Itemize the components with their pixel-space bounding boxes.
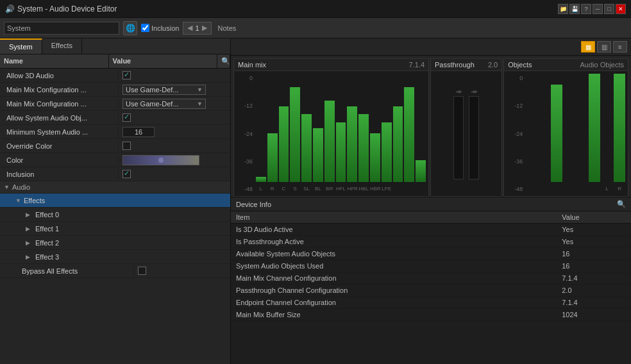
obj-scale-12: -12 (507, 103, 525, 109)
save-icon[interactable]: 💾 (569, 4, 580, 14)
main-mix-label-5: BL (313, 186, 323, 192)
checkbox-allow-3d[interactable] (122, 71, 131, 79)
prop-value-min-sys-audio[interactable] (119, 126, 230, 138)
device-info-header: Device Info 🔍 (231, 197, 631, 211)
main-mix-bar-14 (416, 160, 426, 182)
color-swatch[interactable] (122, 155, 199, 165)
passthrough-title: Passthrough (435, 61, 475, 69)
main-mix-bar-5 (313, 128, 323, 183)
prop-row-mix-config-1: Main Mix Configuration ... Use Game-Def.… (0, 83, 230, 97)
dropdown-mix-config-2[interactable]: Use Game-Def... ▼ (122, 99, 206, 109)
tab-effects[interactable]: Effects (42, 38, 82, 54)
pass-right-bar-container (469, 96, 479, 179)
checkbox-override-color[interactable] (122, 142, 131, 150)
di-cell-item: Is 3D Audio Active (231, 224, 557, 236)
system-input[interactable] (4, 22, 119, 35)
prop-value-override-color[interactable] (119, 140, 230, 151)
main-mix-label-8: HFR (347, 186, 357, 192)
scale-12: -12 (237, 103, 255, 109)
tab-system[interactable]: System (0, 38, 42, 54)
maximize-button[interactable]: □ (604, 4, 614, 14)
inclusion-checkbox[interactable] (141, 24, 149, 32)
tree-item-effects[interactable]: ▼ Effects (0, 194, 230, 208)
main-mix-header: Main mix 7.1.4 (234, 59, 428, 71)
prop-value-allow-sys-audio[interactable] (119, 112, 230, 123)
device-info-search-icon[interactable]: 🔍 (617, 200, 626, 208)
counter-control[interactable]: ◀ 1 ▶ (183, 22, 211, 35)
grid-view-button[interactable]: ▦ (581, 41, 595, 53)
pass-left-bar-container (453, 96, 464, 179)
di-cell-value: 1024 (557, 309, 631, 321)
main-mix-bar-0 (256, 177, 266, 182)
main-mix-title: Main mix (238, 61, 266, 69)
di-table: Item Value Is 3D Audio ActiveYesIs Passt… (231, 211, 631, 321)
search-icon[interactable]: 🔍 (217, 54, 230, 68)
passthrough-meter: Passthrough 2.0 -∞ -∞ (430, 58, 502, 197)
prop-table-header: Name Value 🔍 (0, 54, 230, 69)
tree-item-effect-0[interactable]: ▶ Effect 0 (0, 208, 230, 222)
effect2-arrow: ▶ (26, 240, 30, 246)
objects-body: 0 -12 -24 -36 -48 LR (504, 71, 628, 196)
prop-name-allow-sys-audio: Allow System Audio Obj... (0, 113, 119, 123)
prop-name-bypass: Bypass All Effects (15, 266, 134, 276)
counter-arrow-right[interactable]: ▶ (202, 24, 207, 32)
prop-name-allow-3d: Allow 3D Audio (0, 70, 119, 81)
main-mix-bar-2 (279, 106, 289, 182)
folder-icon[interactable]: 📁 (558, 4, 568, 14)
prop-value-color[interactable] (119, 154, 230, 167)
prop-value-mix-config-2[interactable]: Use Game-Def... ▼ (119, 97, 230, 110)
checkbox-allow-sys-audio[interactable] (122, 113, 131, 122)
di-row: Passthrough Channel Configuration2.0 (231, 285, 631, 297)
prop-value-bypass[interactable] (134, 265, 230, 276)
di-cell-value: Yes (557, 224, 631, 236)
section-audio[interactable]: ▼ Audio (0, 181, 230, 194)
min-sys-audio-input[interactable] (122, 127, 155, 137)
counter-arrow-left[interactable]: ◀ (187, 24, 192, 32)
main-mix-label-6: BR (324, 186, 335, 192)
help-icon[interactable]: ? (581, 4, 591, 14)
effect0-label: Effect 0 (35, 211, 59, 219)
tree-item-effect-2[interactable]: ▶ Effect 2 (0, 236, 230, 250)
list-view-button[interactable]: ≡ (613, 41, 627, 53)
tree-item-effect-3[interactable]: ▶ Effect 3 (0, 250, 230, 264)
property-table: Name Value 🔍 Allow 3D Audio Main Mix Con… (0, 54, 230, 364)
prop-value-allow-3d[interactable] (119, 70, 230, 81)
main-mix-label-4: SL (301, 186, 312, 192)
di-col-item: Item (231, 211, 557, 224)
device-info-title: Device Info (236, 201, 271, 208)
di-table-body: Is 3D Audio ActiveYesIs Passthrough Acti… (231, 224, 631, 321)
inclusion-toggle[interactable]: Inclusion (141, 24, 179, 32)
scale-24: -24 (237, 131, 255, 137)
checkbox-inclusion[interactable] (122, 170, 131, 178)
pass-right-db: -∞ (471, 88, 476, 95)
split-view-button[interactable]: ▥ (597, 41, 611, 53)
passthrough-body: -∞ -∞ (431, 71, 501, 196)
obj-bar-2 (551, 85, 562, 182)
tree-item-effect-1[interactable]: ▶ Effect 1 (0, 222, 230, 236)
checkbox-bypass[interactable] (138, 267, 146, 275)
main-mix-label-9: HBL (358, 186, 369, 192)
title-bar: 🔊 System - Audio Device Editor 📁 💾 ? ─ □… (0, 0, 631, 18)
globe-icon[interactable]: 🌐 (123, 21, 137, 35)
close-button[interactable]: ✕ (616, 4, 626, 14)
prop-name-mix-config-1: Main Mix Configuration ... (0, 85, 119, 95)
minimize-button[interactable]: ─ (593, 4, 603, 14)
di-cell-item: System Audio Objects Used (231, 260, 557, 272)
obj-bar-5 (589, 74, 600, 182)
device-info-panel: Device Info 🔍 Item Value Is 3D Audio Act… (231, 197, 631, 364)
prop-value-mix-config-1[interactable]: Use Game-Def... ▼ (119, 83, 230, 96)
meters-area: Main mix 7.1.4 0 -12 -24 -36 -48 (231, 56, 631, 197)
counter-value: 1 (195, 24, 199, 32)
di-table-header-row: Item Value (231, 211, 631, 224)
dropdown-mix-config-1[interactable]: Use Game-Def... ▼ (122, 85, 206, 95)
prop-value-inclusion[interactable] (119, 169, 230, 179)
main-mix-bar-7 (336, 122, 346, 182)
objects-config: Audio Objects (580, 61, 624, 69)
di-cell-item: Passthrough Channel Configuration (231, 285, 557, 297)
app-icon: 🔊 (5, 4, 15, 13)
value-column-header: Value (109, 54, 218, 68)
prop-name-min-sys-audio: Minimum System Audio ... (0, 127, 119, 137)
objects-title: Objects (508, 61, 532, 69)
main-mix-bar-1 (267, 133, 278, 182)
obj-scale-48: -48 (507, 186, 525, 192)
